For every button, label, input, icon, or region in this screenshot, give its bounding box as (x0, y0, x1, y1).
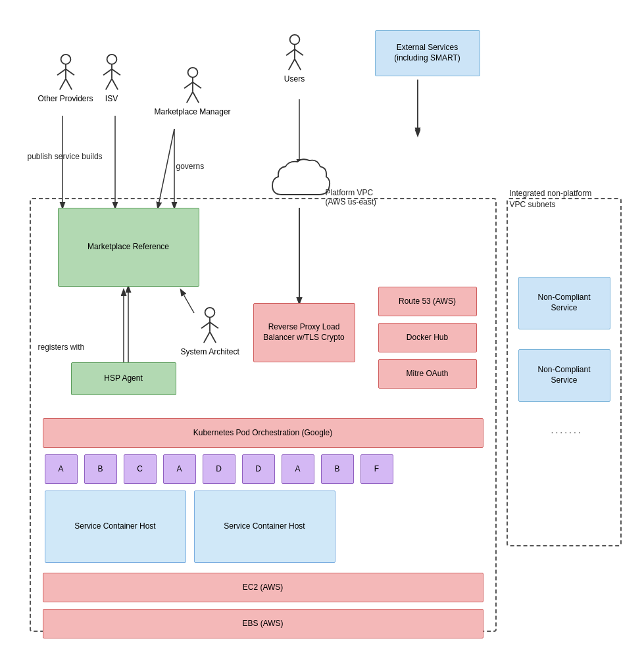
marketplace-manager-label: Marketplace Manager (155, 107, 231, 116)
service-container-host-1-box: Service Container Host (45, 491, 186, 563)
svg-line-17 (112, 69, 120, 75)
svg-line-22 (184, 82, 193, 88)
pod-d2-box: D (242, 454, 275, 484)
svg-line-6 (158, 129, 174, 208)
isv-label: ISV (105, 94, 118, 103)
pod-b2-box: B (321, 454, 354, 484)
pod-c-box: C (124, 454, 157, 484)
svg-point-14 (107, 55, 116, 64)
mitre-oauth-box: Mitre OAuth (378, 359, 477, 389)
non-compliant-2-box: Non-Compliant Service (518, 349, 610, 402)
ebs-box: EBS (AWS) (43, 609, 483, 638)
svg-line-28 (286, 49, 295, 55)
svg-line-31 (295, 59, 301, 70)
diagram-container: Other Providers ISV Marketplace Manager (13, 14, 632, 658)
route53-box: Route 53 (AWS) (378, 287, 477, 316)
svg-line-13 (66, 79, 72, 90)
governs-label: governs (176, 162, 205, 171)
other-providers-figure: Other Providers (38, 53, 93, 103)
svg-point-26 (289, 35, 299, 45)
users-label: Users (284, 74, 305, 84)
svg-line-23 (193, 82, 201, 88)
svg-line-29 (295, 49, 303, 55)
cloud-shape (266, 155, 332, 203)
hsp-agent-box: HSP Agent (71, 362, 176, 395)
pod-f-box: F (360, 454, 393, 484)
pod-a3-box: A (282, 454, 314, 484)
registers-with-label: registers with (38, 343, 85, 352)
reverse-proxy-box: Reverse Proxy Load Balancer w/TLS Crypto (253, 303, 355, 362)
svg-line-16 (103, 69, 112, 75)
publish-service-builds-label: publish service builds (28, 152, 103, 161)
other-providers-label: Other Providers (38, 94, 93, 103)
marketplace-manager-figure: Marketplace Manager (155, 66, 231, 116)
svg-line-11 (66, 69, 74, 75)
pod-b1-box: B (84, 454, 117, 484)
pod-d1-box: D (203, 454, 235, 484)
pod-a1-box: A (45, 454, 78, 484)
svg-line-19 (112, 79, 118, 90)
isv-figure: ISV (99, 53, 125, 103)
external-services-box: External Services (including SMART) (375, 30, 480, 76)
non-compliant-1-box: Non-Compliant Service (518, 277, 610, 329)
dots: ....... (551, 425, 583, 435)
svg-line-18 (105, 79, 111, 90)
marketplace-reference-box: Marketplace Reference (58, 208, 199, 287)
svg-line-30 (288, 59, 294, 70)
ec2-box: EC2 (AWS) (43, 573, 483, 602)
svg-line-10 (57, 69, 66, 75)
pod-a2-box: A (163, 454, 196, 484)
kubernetes-box: Kubernetes Pod Orchestration (Google) (43, 418, 483, 448)
service-container-host-2-box: Service Container Host (194, 491, 335, 563)
svg-line-24 (186, 92, 192, 103)
docker-hub-box: Docker Hub (378, 323, 477, 352)
svg-point-8 (61, 55, 70, 64)
svg-line-12 (59, 79, 65, 90)
svg-line-25 (193, 92, 199, 103)
svg-point-20 (187, 68, 197, 78)
users-figure: Users (282, 34, 308, 84)
